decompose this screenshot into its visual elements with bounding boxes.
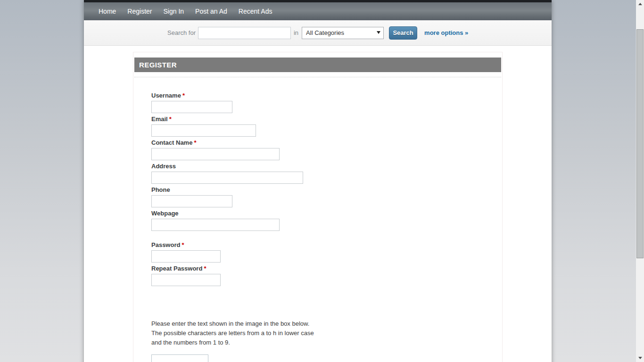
label-text: Phone <box>151 186 170 193</box>
field-row-repeat-password: Repeat Password* <box>151 265 501 286</box>
more-options-link[interactable]: more options » <box>424 29 468 36</box>
field-row-phone: Phone <box>151 186 501 207</box>
phone-field[interactable] <box>151 195 232 207</box>
label-text: Address <box>151 163 176 170</box>
captcha-instruction-line: Please enter the text shown in the image… <box>151 319 501 329</box>
email-field[interactable] <box>151 124 256 137</box>
field-row-username: Username* <box>151 92 501 113</box>
label-text: Username <box>151 92 181 99</box>
register-panel: REGISTER Username* Email* Contact Name* … <box>133 52 503 362</box>
field-label: Webpage <box>151 210 501 217</box>
required-marker: * <box>204 265 206 272</box>
required-marker: * <box>182 92 185 99</box>
nav-item-post-an-ad[interactable]: Post an Ad <box>190 3 233 20</box>
page-container: Home Register Sign In Post an Ad Recent … <box>84 0 552 362</box>
field-label: Repeat Password* <box>151 265 501 272</box>
field-row-password: Password* <box>151 241 501 263</box>
required-marker: * <box>182 241 184 248</box>
nav-item-recent-ads[interactable]: Recent Ads <box>233 3 278 20</box>
label-text: Email <box>151 115 168 123</box>
webpage-field[interactable] <box>151 219 280 231</box>
field-label: Address <box>151 163 501 170</box>
field-row-contact-name: Contact Name* <box>151 139 501 160</box>
scroll-up-icon <box>638 3 642 5</box>
nav-item-home[interactable]: Home <box>93 3 122 20</box>
in-label: in <box>294 29 298 36</box>
nav-item-sign-in[interactable]: Sign In <box>158 3 190 20</box>
field-label: Password* <box>151 241 501 249</box>
captcha-instruction-line: The possible characters are letters from… <box>151 329 501 338</box>
scrollbar-thumb[interactable] <box>636 29 644 258</box>
contact-name-field[interactable] <box>151 148 280 160</box>
captcha-instruction-line: and the numbers from 1 to 9. <box>151 338 501 347</box>
field-label: Email* <box>151 115 501 123</box>
page-title: REGISTER <box>134 58 501 72</box>
search-input[interactable] <box>198 27 291 39</box>
repeat-password-field[interactable] <box>151 274 221 286</box>
field-row-email: Email* <box>151 115 501 137</box>
field-row-address: Address <box>151 163 501 184</box>
password-field[interactable] <box>151 250 221 263</box>
field-label: Phone <box>151 186 501 194</box>
content-area: REGISTER Username* Email* Contact Name* … <box>84 46 552 362</box>
field-label: Username* <box>151 92 501 99</box>
nav-item-register[interactable]: Register <box>122 3 157 20</box>
field-row-webpage: Webpage <box>151 210 501 231</box>
search-button[interactable]: Search <box>389 26 417 40</box>
label-text: Contact Name <box>151 139 192 146</box>
scroll-down-icon <box>638 357 642 359</box>
scroll-up-button[interactable] <box>636 0 644 8</box>
main-nav: Home Register Sign In Post an Ad Recent … <box>84 2 552 20</box>
category-select-wrap: All Categories <box>302 27 384 39</box>
required-marker: * <box>169 115 172 123</box>
scroll-down-button[interactable] <box>636 354 644 362</box>
scrollbar[interactable] <box>636 0 644 362</box>
username-field[interactable] <box>151 101 232 113</box>
label-text: Webpage <box>151 210 179 217</box>
address-field[interactable] <box>151 172 303 184</box>
label-text: Password <box>151 241 180 248</box>
label-text: Repeat Password <box>151 265 202 272</box>
register-form: Username* Email* Contact Name* Address P <box>134 77 501 362</box>
search-bar: Search for in All Categories Search more… <box>84 20 552 46</box>
captcha-section: Please enter the text shown in the image… <box>151 319 501 362</box>
required-marker: * <box>194 139 196 146</box>
field-label: Contact Name* <box>151 139 501 147</box>
search-for-label: Search for <box>167 29 196 36</box>
captcha-image-box <box>151 354 208 362</box>
category-select[interactable]: All Categories <box>302 27 384 39</box>
